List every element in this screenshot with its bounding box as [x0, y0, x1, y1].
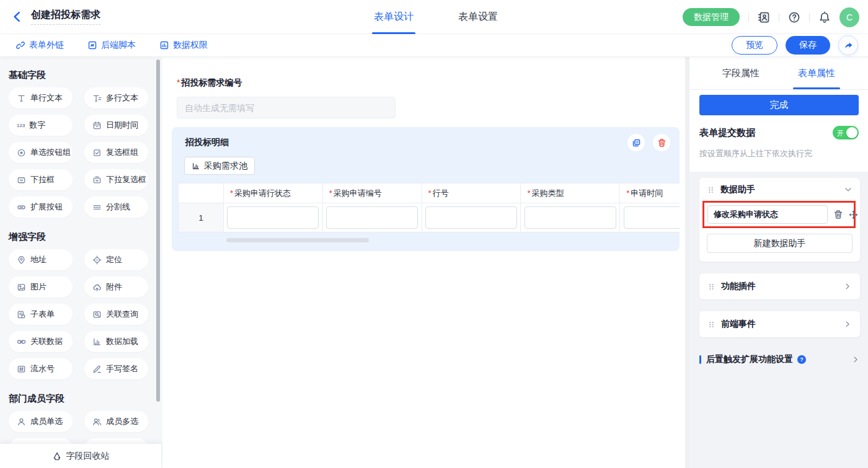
cell-input[interactable]: [624, 206, 680, 229]
form-canvas: *招投标需求编号 招投标明细 采购需求池 *采购申请行状态*采购申请编号*行号*…: [162, 57, 685, 468]
done-button[interactable]: 完成: [699, 95, 859, 115]
data-helper-header[interactable]: 数据助手: [707, 184, 852, 195]
cell-input[interactable]: [525, 206, 616, 229]
sidebar-item[interactable]: 成员单选: [9, 411, 73, 432]
properties-panel: 字段属性表单属性 完成 表单提交数据 开 按设置顺序从上往下依次执行完 数据助手…: [689, 57, 868, 468]
submit-data-toggle[interactable]: 开: [833, 126, 859, 139]
save-button[interactable]: 保存: [786, 36, 830, 55]
required-mark: *: [428, 188, 432, 198]
delete-subform-button[interactable]: [653, 134, 670, 151]
subform-title: 招投标明细: [185, 137, 229, 148]
header-tab-1[interactable]: 表单设置: [458, 0, 498, 34]
sidebar-item[interactable]: 关联数据: [9, 331, 73, 352]
back-icon[interactable]: [11, 11, 24, 23]
image-icon: [17, 283, 26, 292]
data-helper-item[interactable]: 修改采购申请状态: [707, 205, 828, 224]
sidebar-item-label: 子表单: [30, 309, 55, 320]
multi-line-text-icon: [92, 94, 102, 103]
toolbar-link-0[interactable]: 表单外链: [16, 40, 64, 51]
back-icon: [11, 11, 24, 23]
sidebar-item[interactable]: 日期时间: [84, 115, 148, 136]
sidebar-item[interactable]: 定位: [84, 249, 148, 270]
share-button[interactable]: [838, 35, 858, 55]
sidebar-item[interactable]: 附件: [84, 276, 148, 298]
chevron-right-icon[interactable]: [843, 282, 852, 291]
duplicate-button[interactable]: [627, 134, 645, 151]
recycle-icon: [52, 451, 62, 461]
address-icon: [17, 255, 26, 265]
preview-button[interactable]: 预览: [732, 36, 777, 55]
chevron-right-icon[interactable]: [843, 320, 852, 329]
sidebar-item[interactable]: 下拉框: [9, 169, 73, 190]
sidebar-item[interactable]: 单选按钮组: [9, 142, 73, 163]
panel-tab-0[interactable]: 字段属性: [722, 57, 760, 89]
drag-handle-icon[interactable]: [707, 283, 715, 291]
required-mark: *: [177, 77, 180, 87]
sidebar-item-label: 多行文本: [106, 92, 138, 104]
sidebar-scrollbar[interactable]: [156, 60, 160, 402]
post-trigger-row[interactable]: 后置触发扩展功能设置 ?: [699, 354, 860, 365]
linked-data-icon: [17, 337, 26, 347]
execution-order-hint: 按设置顺序从上往下依次执行完: [699, 148, 859, 159]
sidebar-item-label: 日期时间: [106, 120, 138, 131]
sidebar-item[interactable]: 图片: [9, 276, 73, 298]
field-recycle-bin[interactable]: 字段回收站: [0, 444, 161, 468]
subform-panel[interactable]: 招投标明细 采购需求池 *采购申请行状态*采购申请编号*行号*采购类型*申请时间…: [172, 127, 680, 251]
toolbar-link-1[interactable]: 后端脚本: [87, 40, 136, 51]
sidebar-item[interactable]: 流水号: [9, 358, 73, 379]
row-index-cell: 1: [179, 203, 224, 232]
sidebar-item-label: 数字: [29, 120, 45, 131]
sidebar-item[interactable]: 分割线: [84, 196, 148, 218]
sidebar-item[interactable]: 地址: [9, 249, 73, 270]
drag-handle-icon[interactable]: [707, 320, 715, 329]
toolbar-links: 表单外链后端脚本数据权限: [16, 40, 208, 51]
sidebar-item[interactable]: 子表单: [9, 304, 73, 325]
data-manage-button[interactable]: 数据管理: [683, 8, 740, 26]
sidebar-item-label: 单选按钮组: [30, 147, 71, 158]
help-icon[interactable]: [788, 11, 800, 24]
sidebar-item[interactable]: 成员多选: [84, 411, 148, 432]
sidebar-item[interactable]: 关联查询: [84, 304, 148, 325]
sidebar-item[interactable]: 手写签名: [84, 358, 148, 379]
procurement-pool-button[interactable]: 采购需求池: [184, 157, 255, 175]
sidebar-section-grid: 地址定位图片附件子表单关联查询关联数据数据加载流水号手写签名: [9, 249, 162, 379]
cell-input[interactable]: [326, 206, 418, 229]
avatar[interactable]: C: [839, 7, 859, 27]
contact-book-icon[interactable]: [758, 11, 770, 24]
panel-card-0[interactable]: 功能插件: [699, 273, 860, 299]
sidebar-item[interactable]: 多行文本: [84, 87, 148, 108]
bell-icon[interactable]: [818, 11, 831, 24]
multi-select-icon: [92, 175, 102, 185]
column-header: *行号: [422, 183, 521, 203]
sidebar-item[interactable]: 扩展按钮: [9, 196, 73, 218]
sidebar-section-title: 基础字段: [9, 69, 162, 81]
copy-icon: [632, 138, 641, 148]
panel-tab-1[interactable]: 表单属性: [798, 57, 835, 89]
accent-bar: [699, 355, 701, 364]
separator: [748, 13, 749, 22]
sidebar-item[interactable]: 单行文本: [9, 87, 73, 108]
header-tab-0[interactable]: 表单设计: [374, 0, 414, 34]
sidebar-item[interactable]: 数据加载: [84, 331, 148, 352]
serial-field-input[interactable]: [177, 97, 396, 118]
member-single-icon: [17, 417, 26, 426]
new-data-helper-button[interactable]: 新建数据助手: [707, 234, 852, 253]
sidebar-item-label: 图片: [30, 281, 46, 293]
panel-top-section: 完成 表单提交数据 开 按设置顺序从上往下依次执行完: [689, 90, 868, 172]
horizontal-scrollbar[interactable]: [226, 238, 369, 242]
data-load-icon: [92, 337, 102, 347]
cell-input[interactable]: [227, 206, 319, 229]
sidebar-item[interactable]: 下拉复选框: [84, 169, 148, 190]
recycle-bin-label: 字段回收站: [66, 451, 110, 462]
toolbar-link-2[interactable]: 数据权限: [159, 40, 208, 51]
sidebar-item[interactable]: 复选框组: [84, 142, 148, 163]
subform-header: 招投标明细: [185, 134, 670, 151]
page-title[interactable]: 创建招投标需求: [31, 9, 100, 25]
panel-card-1[interactable]: 前端事件: [699, 311, 860, 337]
cell-input[interactable]: [425, 206, 517, 229]
sidebar-item-label: 附件: [106, 281, 122, 293]
sidebar-item[interactable]: 123数字: [9, 115, 73, 136]
data-load-icon: [192, 162, 200, 170]
field-label: *招投标需求编号: [177, 77, 685, 89]
linked-query-icon: [92, 310, 102, 319]
